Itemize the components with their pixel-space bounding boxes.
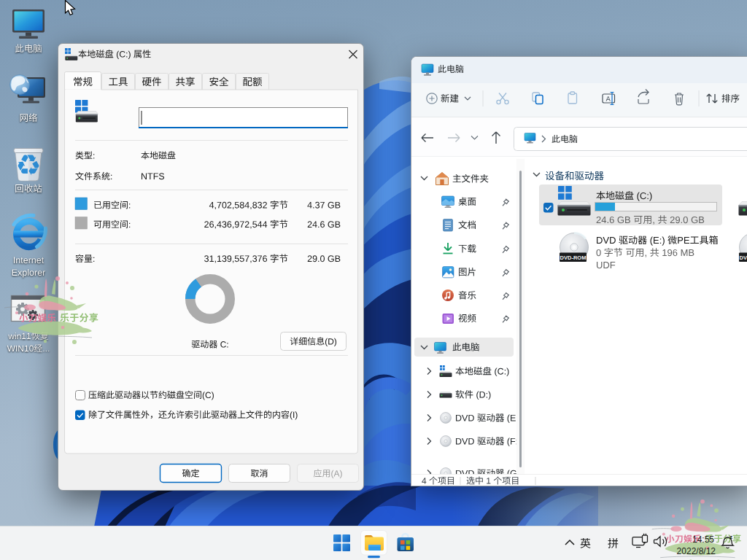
svg-text:14:55: 14:55 bbox=[692, 534, 714, 545]
svg-text:z: z bbox=[729, 534, 732, 540]
svg-text:DVD-ROM: DVD-ROM bbox=[740, 254, 747, 261]
svg-text:2022/8/12: 2022/8/12 bbox=[677, 546, 716, 556]
svg-text:DVD-ROM: DVD-ROM bbox=[560, 254, 587, 261]
